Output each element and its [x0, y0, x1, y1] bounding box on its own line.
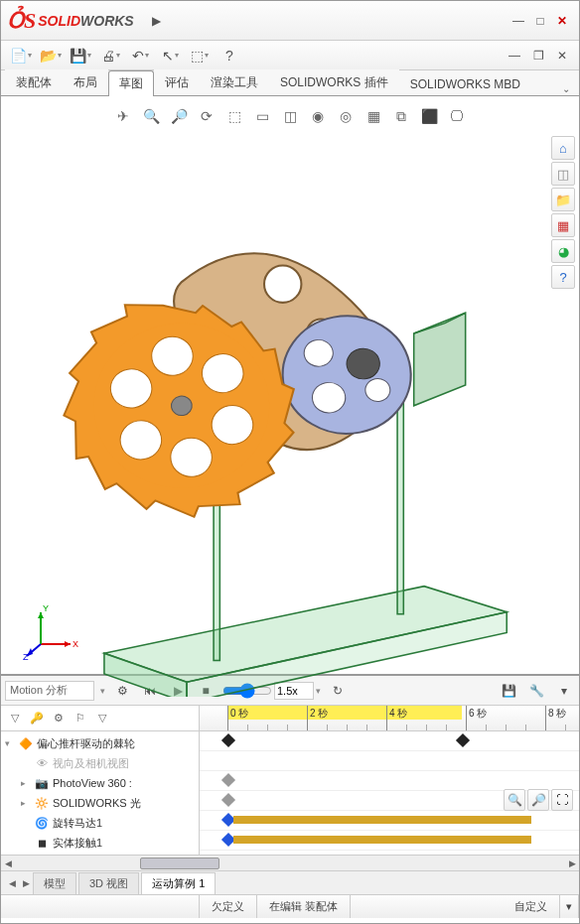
window-close-button[interactable]: ✕ [551, 12, 573, 30]
timeline-ruler[interactable]: 0 秒2 秒4 秒6 秒8 秒 [200, 706, 579, 731]
rotary-motor-icon: 🌀 [35, 816, 49, 830]
tab-evaluate[interactable]: 评估 [154, 69, 200, 95]
new-button[interactable]: 📄 [7, 44, 35, 67]
tab-scroll-right-icon[interactable]: ▶ [19, 876, 33, 890]
timeline-tick: 6 秒 [466, 706, 487, 730]
scroll-thumb[interactable] [140, 858, 219, 869]
quick-access-toolbar: ▶ [146, 10, 168, 32]
tree-label: 偏心推杆驱动的棘轮 [37, 736, 135, 751]
mdi-minimize-button[interactable]: — [504, 47, 525, 65]
motion-tabs: ◀ ▶ 模型 3D 视图 运动算例 1 [1, 870, 579, 894]
timeline[interactable]: 0 秒2 秒4 秒6 秒8 秒 🔍 🔎 ⛶ [200, 706, 579, 855]
timeline-tick: 8 秒 [545, 706, 566, 730]
assembly-root-icon: 🔶 [19, 736, 33, 750]
view-palette-icon[interactable]: ▦ [551, 213, 575, 237]
mdi-close-button[interactable]: ✕ [551, 47, 573, 65]
app-logo: ỎS SOLIDWORKS [7, 8, 134, 34]
motion-tree: ▽ 🔑 ⚙ ⚐ ▽ ▾🔶偏心推杆驱动的棘轮👁视向及相机视图▸📷PhotoView… [1, 706, 200, 855]
filter-tree-icon[interactable]: ▽ [5, 709, 25, 728]
graphics-area[interactable]: ✈ 🔍 🔎 ⟳ ⬚ ▭ ◫ ◉ ◎ ▦ ⧉ ⬛ 🖵 [1, 96, 579, 674]
svg-rect-1 [397, 385, 403, 614]
main-toolbar: 📄 📂 💾 🖨 ↶ ↖ ⬚ ? — ❐ ✕ [1, 41, 579, 70]
tree-item-assembly-root[interactable]: ▾🔶偏心推杆驱动的棘轮 [1, 733, 199, 753]
tab-mbd[interactable]: SOLIDWORKS MBD [399, 72, 531, 95]
ribbon-collapse-button[interactable]: ⌄ [557, 81, 575, 95]
logo-works: WORKS [80, 13, 134, 29]
motion-study-panel: ▾ ⚙ ⏮ ▶ ■ ▾ ↻ 💾 🔧 ▾ ▽ 🔑 ⚙ ⚐ ▽ ▾🔶偏心推杆驱动的棘… [1, 674, 579, 894]
flag-icon[interactable]: ⚐ [71, 709, 90, 728]
svg-text:X: X [72, 639, 78, 649]
play-macro-button[interactable]: ▶ [146, 10, 168, 32]
task-pane-rail: ⌂ ◫ 📁 ▦ ◕ ? [551, 136, 575, 289]
status-bar: 欠定义 在编辑 装配体 自定义 ▾ [1, 894, 579, 918]
timeline-scrollbar[interactable]: ◀ ▶ [1, 855, 579, 870]
tree-item-photoview[interactable]: ▸📷PhotoView 360 : [1, 773, 199, 793]
tab-plugins[interactable]: SOLIDWORKS 插件 [269, 69, 399, 95]
title-bar: ỎS SOLIDWORKS ▶ — □ ✕ [1, 1, 579, 41]
status-editing: 在编辑 装配体 [257, 895, 351, 918]
undo-button[interactable]: ↶ [126, 44, 154, 67]
key-icon[interactable]: 🔑 [27, 709, 47, 728]
svg-text:Z: Z [23, 652, 29, 662]
tab-motion-study-1[interactable]: 运动算例 1 [141, 872, 216, 894]
zoom-out-timeline-icon[interactable]: 🔎 [527, 789, 549, 811]
scroll-left-icon[interactable]: ◀ [1, 857, 15, 870]
status-message [1, 895, 200, 918]
tree-label: 视向及相机视图 [53, 756, 129, 771]
svg-text:Y: Y [43, 603, 49, 613]
open-button[interactable]: 📂 [37, 44, 65, 67]
tab-sketch[interactable]: 草图 [108, 70, 154, 96]
tree-item-rotary-motor[interactable]: 🌀旋转马达1 [1, 813, 199, 833]
active-range-highlight [227, 706, 462, 720]
results-icon[interactable]: ⚙ [49, 709, 69, 728]
expand-icon[interactable]: ▸ [21, 778, 31, 788]
tab-scroll-left-icon[interactable]: ◀ [5, 876, 19, 890]
window-minimize-button[interactable]: — [508, 12, 529, 30]
tree-label: 旋转马达1 [53, 816, 102, 831]
tree-item-sw-lights[interactable]: ▸🔆SOLIDWORKS 光 [1, 793, 199, 813]
ribbon-tabs: 装配体 布局 草图 评估 渲染工具 SOLIDWORKS 插件 SOLIDWOR… [1, 70, 579, 96]
expand-tree-icon[interactable]: ▽ [92, 709, 112, 728]
status-custom[interactable]: 自定义 [503, 895, 560, 918]
file-explorer-icon[interactable]: 📁 [551, 188, 575, 211]
rebuild-button[interactable]: ⬚ [186, 44, 214, 67]
mdi-restore-button[interactable]: ❐ [527, 47, 549, 65]
tree-item-solid-contact[interactable]: ◼实体接触1 [1, 833, 199, 853]
tab-model[interactable]: 模型 [33, 872, 76, 894]
window-maximize-button[interactable]: □ [529, 12, 551, 30]
tree-label: SOLIDWORKS 光 [53, 796, 141, 811]
select-button[interactable]: ↖ [156, 44, 184, 67]
custom-props-icon[interactable]: ? [551, 265, 575, 289]
logo-solid: SOLID [38, 13, 80, 29]
tree-label: PhotoView 360 : [53, 777, 132, 789]
expand-icon[interactable]: ▸ [21, 798, 31, 808]
orientation-triad[interactable]: X Y Z [23, 602, 82, 662]
appearances-icon[interactable]: ◕ [551, 239, 575, 263]
save-button[interactable]: 💾 [67, 44, 94, 67]
timeline-tick: 0 秒 [227, 706, 248, 730]
timeline-tick: 4 秒 [386, 706, 407, 730]
svg-point-2 [264, 265, 301, 302]
home-icon[interactable]: ⌂ [551, 136, 575, 160]
model-view [1, 96, 579, 697]
tree-item-view-camera[interactable]: 👁视向及相机视图 [1, 753, 199, 773]
tab-3d-view[interactable]: 3D 视图 [78, 872, 139, 894]
print-button[interactable]: 🖨 [96, 44, 124, 67]
solid-contact-icon: ◼ [35, 836, 49, 850]
tab-render[interactable]: 渲染工具 [200, 69, 269, 95]
view-pane-icon[interactable]: ◫ [551, 162, 575, 186]
tree-label: 实体接触1 [53, 836, 102, 851]
timeline-tick: 2 秒 [307, 706, 328, 730]
zoom-in-timeline-icon[interactable]: 🔍 [504, 789, 525, 811]
scroll-right-icon[interactable]: ▶ [565, 857, 579, 870]
view-camera-icon: 👁 [35, 756, 49, 770]
photoview-icon: 📷 [35, 776, 49, 790]
expand-icon[interactable]: ▾ [5, 738, 15, 748]
sw-lights-icon: 🔆 [35, 796, 49, 810]
options-button[interactable]: ? [216, 44, 243, 67]
tab-assembly[interactable]: 装配体 [5, 69, 63, 95]
ds-logo-icon: ỎS [7, 8, 36, 34]
tab-layout[interactable]: 布局 [63, 69, 108, 95]
zoom-fit-timeline-icon[interactable]: ⛶ [551, 789, 573, 811]
status-menu-icon[interactable]: ▾ [560, 895, 579, 918]
